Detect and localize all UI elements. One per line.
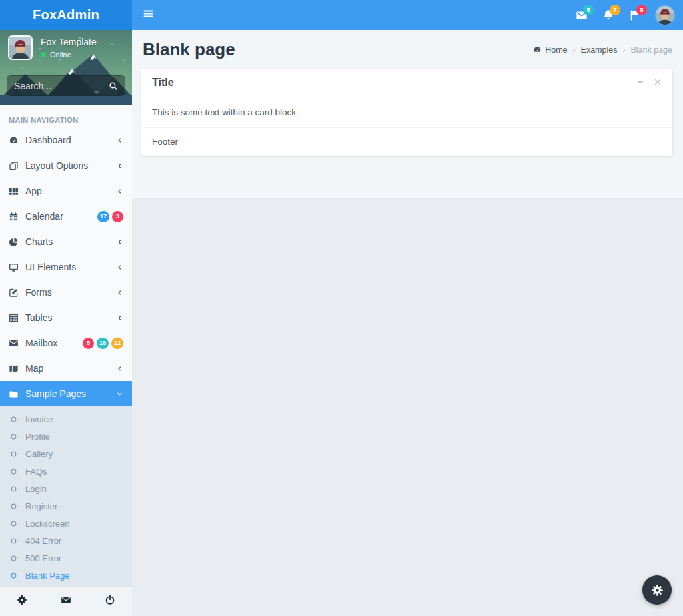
header-messages-button[interactable]: 5 [576,9,588,21]
breadcrumb: Home›Examples›Blank page [533,45,672,55]
submenu-item-label: Profile [25,432,50,442]
search-input[interactable] [7,81,102,91]
circle-o-icon [10,416,25,423]
sidebar-footer-settings-button[interactable] [14,592,30,611]
sidebar-footer-messages-button[interactable] [58,592,74,611]
circle-o-icon [10,520,25,527]
sidebar-item-dashboard[interactable]: Dashboard [0,127,132,153]
submenu-item-gallery[interactable]: Gallery [0,445,132,463]
page-title: Blank page [143,39,235,60]
tachometer-icon [9,135,25,145]
card-footer: Footer [141,127,672,156]
submenu-item-blank-page[interactable]: Blank Page [0,567,132,584]
sidebar-item-layout-options[interactable]: Layout Options [0,153,132,178]
envelope-icon [61,595,71,605]
header-flags-button[interactable]: 8 [629,9,641,21]
user-avatar[interactable] [8,35,33,60]
item-badges: 51612 [83,338,123,349]
submenu-item-label: Blank Page [25,571,70,581]
item-badges: 173 [97,211,123,222]
circle-o-icon [10,468,25,475]
notification-badge: 7 [610,5,620,15]
submenu-item-register[interactable]: Register [0,497,132,515]
breadcrumb-separator: › [573,45,576,55]
sidebar-item-calendar[interactable]: Calendar173 [0,204,132,229]
submenu-item-faqs[interactable]: FAQs [0,463,132,480]
settings-fab-button[interactable] [642,575,672,605]
submenu-item-lockscreen[interactable]: Lockscreen [0,515,132,532]
sidebar-submenu: InvoiceProfileGalleryFAQsLoginRegisterLo… [0,406,132,589]
chevron-down-icon [116,390,123,398]
sidebar-item-forms[interactable]: Forms [0,280,132,305]
grid-icon [9,186,25,196]
sidebar-item-mailbox[interactable]: Mailbox51612 [0,330,132,356]
submenu-item-label: Login [25,484,47,494]
user-avatar[interactable] [656,6,674,25]
breadcrumb-home[interactable]: Home [533,45,567,55]
content-header: Blank page Home›Examples›Blank page [132,30,683,69]
table-icon [9,313,25,323]
sidebar-item-sample-pages[interactable]: Sample Pages [0,381,132,406]
close-icon [654,78,662,86]
count-badge: 16 [97,338,109,349]
circle-o-icon [10,450,25,458]
chevron-left-icon [116,162,123,170]
sidebar-item-label: Charts [25,236,116,247]
submenu-item-profile[interactable]: Profile [0,428,132,445]
desktop-icon [9,262,25,272]
submenu-item-500-error[interactable]: 500 Error [0,549,132,567]
hamburger-icon[interactable] [139,4,158,26]
submenu-item-label: FAQs [25,467,47,477]
sidebar-item-label: Mailbox [25,338,83,348]
submenu-item-login[interactable]: Login [0,480,132,497]
user-panel: Fox Template Online [0,30,132,105]
card-close-button[interactable] [654,77,662,89]
gear-icon [651,584,664,597]
chevron-left-icon [116,188,123,195]
user-name: Fox Template [41,37,97,47]
sidebar: Fox Template Online MAIN NAVIGATION Dash… [0,30,132,616]
breadcrumb-label: Home [545,45,567,55]
breadcrumb-label: Blank page [630,45,672,55]
user-info: Fox Template Online [0,30,132,60]
sidebar-item-app[interactable]: App [0,178,132,204]
submenu-item-label: Gallery [25,449,53,459]
sidebar-item-map[interactable]: Map [0,356,132,381]
pie-chart-icon [9,237,25,247]
header-alerts-button[interactable]: 7 [602,9,614,21]
circle-o-icon [10,555,25,562]
circle-o-icon [10,503,25,510]
notification-badge: 8 [636,5,647,15]
sidebar-footer-power-button[interactable] [102,592,118,611]
circle-o-icon [10,485,25,493]
nav-section-label: MAIN NAVIGATION [0,105,132,127]
chevron-left-icon [116,137,123,144]
user-status[interactable]: Online [41,51,97,59]
submenu-item-label: 404 Error [25,536,61,546]
power-icon [105,595,115,605]
breadcrumb-blank-page: Blank page [630,45,672,55]
user-status-label: Online [50,51,71,59]
sidebar-item-tables[interactable]: Tables [0,305,132,330]
chevron-left-icon [116,289,123,296]
sidebar-item-charts[interactable]: Charts [0,229,132,254]
card-tools [636,77,662,89]
chevron-left-icon [116,264,123,271]
sidebar-item-ui-elements[interactable]: UI Elements [0,254,132,280]
submenu-item-label: Register [25,501,57,511]
submenu-item-404-error[interactable]: 404 Error [0,532,132,549]
search-icon[interactable] [102,81,125,91]
sidebar-item-label: Tables [25,312,116,323]
breadcrumb-examples[interactable]: Examples [581,45,618,55]
card-collapse-button[interactable] [636,77,644,89]
brand-logo[interactable]: FoxAdmin [0,0,132,30]
circle-o-icon [10,572,25,579]
top-header: FoxAdmin 578 [0,0,683,30]
count-badge: 5 [83,338,94,349]
count-badge: 12 [111,338,123,349]
circle-o-icon [10,433,25,440]
chevron-left-icon [116,314,123,322]
submenu-item-invoice[interactable]: Invoice [0,410,132,428]
sidebar-item-label: Layout Options [25,160,116,171]
gear-icon [17,595,27,605]
